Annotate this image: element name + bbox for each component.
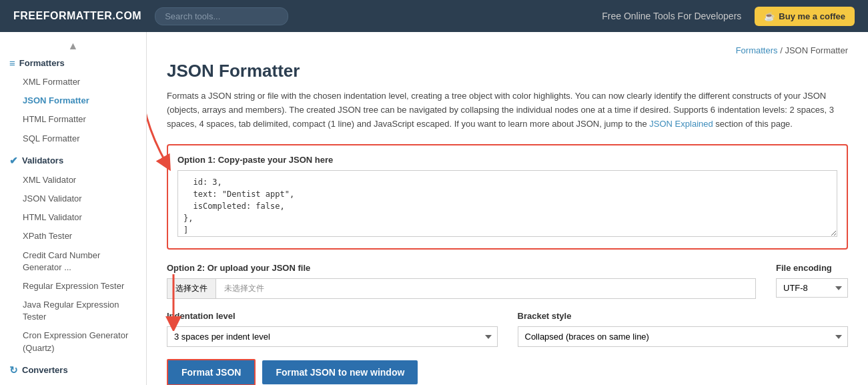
option1-wrapper: Option 1: Copy-paste your JSON here id: …: [167, 144, 848, 250]
option1-box: Option 1: Copy-paste your JSON here id: …: [167, 144, 848, 250]
sidebar-item-json-validator[interactable]: JSON Validator: [0, 189, 146, 208]
sidebar-section-header-validators[interactable]: ✔ Validators: [0, 151, 146, 171]
page-title: JSON Formatter: [167, 61, 848, 81]
encoding-label: File encoding: [776, 263, 848, 273]
sidebar-item-xpath-tester[interactable]: XPath Tester: [0, 227, 146, 246]
sidebar-section-label-formatters: Formatters: [19, 58, 65, 68]
buy-coffee-label: Buy me a coffee: [779, 11, 845, 21]
option2-group: Option 2: Or upload your JSON file 选择文件 …: [167, 263, 756, 299]
file-upload-row: 选择文件 未选择文件: [167, 278, 756, 299]
sidebar-item-xsd-generator[interactable]: XSD Generator: [0, 380, 146, 385]
encoding-select[interactable]: UTF-8 UTF-16 ISO-8859-1: [776, 278, 848, 298]
sidebar-item-html-formatter[interactable]: HTML Formatter: [0, 110, 146, 129]
format-json-new-window-button[interactable]: Format JSON to new window: [262, 360, 418, 384]
sidebar-item-html-validator[interactable]: HTML Validator: [0, 208, 146, 227]
option1-label: Option 1: Copy-paste your JSON here: [177, 155, 837, 165]
formatters-icon: ≡: [9, 57, 15, 69]
indent-group: Indentation level 2 spaces per indent le…: [167, 311, 498, 347]
indent-row: Indentation level 2 spaces per indent le…: [167, 311, 848, 347]
encoding-group: File encoding UTF-8 UTF-16 ISO-8859-1: [776, 263, 848, 298]
file-name-display: 未选择文件: [216, 278, 756, 299]
sidebar-scroll-up[interactable]: ▲: [0, 39, 146, 53]
format-json-button[interactable]: Format JSON: [167, 359, 256, 385]
header-tagline: Free Online Tools For Developers: [602, 11, 741, 21]
buttons-row: Format JSON Format JSON to new window: [167, 359, 848, 385]
sidebar: ▲ ≡ Formatters XML Formatter JSON Format…: [0, 32, 147, 385]
sidebar-section-header-formatters[interactable]: ≡ Formatters: [0, 53, 146, 73]
sidebar-item-regex-tester[interactable]: Regular Expression Tester: [0, 277, 146, 296]
option2-label: Option 2: Or upload your JSON file: [167, 263, 756, 273]
buy-coffee-button[interactable]: ☕ Buy me a coffee: [755, 7, 855, 26]
breadcrumb: Formatters / JSON Formatter: [167, 45, 848, 55]
coffee-icon: ☕: [764, 11, 775, 21]
breadcrumb-current: JSON Formatter: [785, 45, 848, 55]
header: FREEFORMATTER.COM Free Online Tools For …: [0, 0, 868, 32]
main-content: Formatters / JSON Formatter JSON Formatt…: [147, 32, 868, 385]
sidebar-section-label-validators: Validators: [22, 155, 63, 165]
json-textarea[interactable]: id: 3, text: "Dentist appt", isCompleted…: [177, 170, 837, 237]
bracket-select[interactable]: Collapsed (braces on same line) Expanded…: [518, 326, 849, 347]
bracket-group: Bracket style Collapsed (braces on same …: [518, 311, 849, 347]
page-description: Formats a JSON string or file with the c…: [167, 89, 848, 131]
sidebar-item-java-regex[interactable]: Java Regular Expression Tester: [0, 296, 146, 326]
main-layout: ▲ ≡ Formatters XML Formatter JSON Format…: [0, 32, 868, 385]
option2-row: Option 2: Or upload your JSON file 选择文件 …: [167, 263, 848, 299]
json-explained-link[interactable]: JSON Explained: [649, 119, 713, 129]
sidebar-item-xml-validator[interactable]: XML Validator: [0, 171, 146, 189]
sidebar-section-converters: ↻ Converters XSD Generator XSLT (XSL Tra…: [0, 360, 146, 385]
indent-select[interactable]: 2 spaces per indent level 3 spaces per i…: [167, 326, 498, 347]
converters-icon: ↻: [9, 364, 18, 376]
breadcrumb-parent[interactable]: Formatters: [736, 45, 778, 55]
description-end: section of this page.: [713, 119, 793, 129]
sidebar-section-header-converters[interactable]: ↻ Converters: [0, 360, 146, 380]
sidebar-item-json-formatter[interactable]: JSON Formatter: [0, 91, 146, 110]
sidebar-item-credit-card[interactable]: Credit Card Number Generator ...: [0, 246, 146, 277]
file-choose-button[interactable]: 选择文件: [167, 278, 216, 299]
search-input[interactable]: [155, 7, 288, 25]
bracket-label: Bracket style: [518, 311, 849, 321]
site-logo: FREEFORMATTER.COM: [13, 10, 141, 22]
sidebar-item-sql-formatter[interactable]: SQL Formatter: [0, 129, 146, 148]
sidebar-section-formatters: ≡ Formatters XML Formatter JSON Formatte…: [0, 53, 146, 148]
indent-label: Indentation level: [167, 311, 498, 321]
sidebar-section-validators: ✔ Validators XML Validator JSON Validato…: [0, 151, 146, 358]
sidebar-section-label-converters: Converters: [22, 365, 68, 375]
sidebar-item-xml-formatter[interactable]: XML Formatter: [0, 73, 146, 91]
validators-icon: ✔: [9, 155, 18, 167]
search-container: [155, 7, 288, 25]
sidebar-item-cron[interactable]: Cron Expression Generator (Quartz): [0, 326, 146, 357]
